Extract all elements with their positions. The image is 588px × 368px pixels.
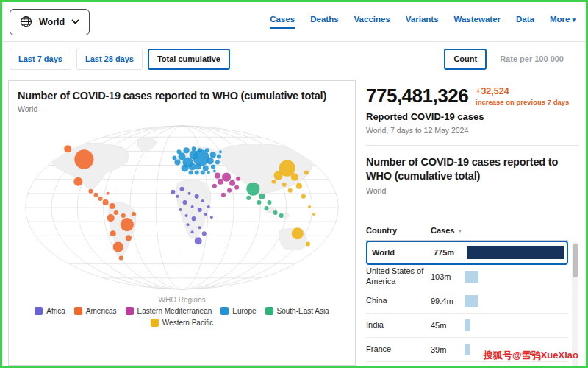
map-bubble-americas[interactable] bbox=[110, 203, 115, 209]
map-bubble-americas[interactable] bbox=[98, 197, 103, 201]
map-bubble-americas[interactable] bbox=[74, 177, 82, 186]
map-bubble-western-pacific[interactable] bbox=[304, 171, 309, 175]
map-bubble-americas[interactable] bbox=[93, 193, 98, 197]
map-bubble-south-east-asia[interactable] bbox=[267, 200, 271, 205]
column-header-country[interactable]: Country bbox=[366, 226, 431, 235]
map-bubble-europe[interactable] bbox=[192, 146, 196, 151]
map-bubble-europe[interactable] bbox=[201, 171, 205, 175]
map-bubble-south-east-asia[interactable] bbox=[246, 183, 259, 196]
map-bubble-americas[interactable] bbox=[113, 241, 123, 252]
map-bubble-eastern-mediterranean[interactable] bbox=[236, 177, 240, 181]
time-filter-last-28-days[interactable]: Last 28 days bbox=[76, 49, 143, 70]
map-bubble-africa[interactable] bbox=[192, 216, 196, 221]
map-bubble-africa[interactable] bbox=[201, 199, 204, 202]
map-bubble-africa[interactable] bbox=[185, 214, 188, 217]
map-bubble-africa[interactable] bbox=[191, 205, 194, 208]
nav-tab-cases[interactable]: Cases bbox=[270, 15, 295, 29]
column-header-cases[interactable]: Cases ▼ bbox=[431, 226, 475, 235]
scrollbar-thumb[interactable] bbox=[573, 244, 578, 277]
map-bubble-europe[interactable] bbox=[174, 159, 180, 165]
map-bubble-americas[interactable] bbox=[107, 214, 115, 222]
map-bubble-western-pacific[interactable] bbox=[296, 183, 302, 189]
map-bubble-south-east-asia[interactable] bbox=[264, 206, 268, 210]
map-bubble-europe[interactable] bbox=[172, 155, 176, 160]
nav-tab-vaccines[interactable]: Vaccines bbox=[354, 15, 390, 29]
map-bubble-south-east-asia[interactable] bbox=[273, 210, 278, 215]
map-bubble-africa[interactable] bbox=[179, 208, 182, 211]
map-bubble-western-pacific[interactable] bbox=[308, 205, 311, 208]
map-bubble-americas[interactable] bbox=[64, 145, 71, 152]
metric-filter-rate-per-100-000[interactable]: Rate per 100 000 bbox=[492, 49, 572, 70]
map-bubble-europe[interactable] bbox=[213, 170, 216, 173]
map-bubble-americas[interactable] bbox=[88, 189, 93, 194]
map-bubble-western-pacific[interactable] bbox=[288, 188, 293, 193]
map-bubble-africa[interactable] bbox=[195, 237, 202, 244]
map-bubble-africa[interactable] bbox=[210, 216, 213, 219]
map-bubble-africa[interactable] bbox=[191, 230, 194, 233]
map-bubble-south-east-asia[interactable] bbox=[279, 213, 284, 218]
nav-tab-wastewater[interactable]: Wastewater bbox=[454, 15, 501, 29]
map-bubble-africa[interactable] bbox=[207, 205, 210, 208]
map-bubble-americas[interactable] bbox=[121, 218, 134, 231]
map-bubble-africa[interactable] bbox=[195, 194, 199, 199]
map-bubble-americas[interactable] bbox=[126, 235, 132, 241]
map-bubble-africa[interactable] bbox=[176, 195, 179, 198]
map-bubble-africa[interactable] bbox=[183, 200, 187, 205]
map-bubble-eastern-mediterranean[interactable] bbox=[227, 188, 232, 193]
map-bubble-africa[interactable] bbox=[198, 208, 202, 212]
nav-tab-data[interactable]: Data bbox=[516, 15, 534, 29]
nav-tab-deaths[interactable]: Deaths bbox=[310, 15, 338, 29]
table-row-world[interactable]: World775m bbox=[366, 241, 568, 265]
map-bubble-europe[interactable] bbox=[189, 163, 196, 170]
map-bubble-americas[interactable] bbox=[132, 212, 136, 216]
table-row-china[interactable]: China99.4m bbox=[366, 289, 568, 314]
map-bubble-western-pacific[interactable] bbox=[282, 183, 287, 187]
map-bubble-europe[interactable] bbox=[198, 148, 202, 152]
map-bubble-europe[interactable] bbox=[176, 149, 181, 154]
sort-desc-icon[interactable]: ▼ bbox=[457, 228, 462, 233]
table-row-india[interactable]: India45m bbox=[366, 314, 568, 338]
map-bubble-eastern-mediterranean[interactable] bbox=[229, 180, 235, 186]
map-bubble-africa[interactable] bbox=[171, 190, 175, 194]
table-row-united-states-of-america[interactable]: United States of America103m bbox=[366, 265, 568, 289]
map-bubble-europe[interactable] bbox=[215, 160, 220, 164]
map-bubble-americas[interactable] bbox=[103, 199, 109, 205]
map-bubble-south-east-asia[interactable] bbox=[259, 194, 265, 199]
map-bubble-europe[interactable] bbox=[181, 165, 188, 172]
map-bubble-western-pacific[interactable] bbox=[306, 241, 310, 246]
map-bubble-europe[interactable] bbox=[217, 154, 221, 158]
nav-tab-variants[interactable]: Variants bbox=[406, 15, 439, 29]
map-bubble-africa[interactable] bbox=[202, 231, 207, 236]
map-bubble-western-pacific[interactable] bbox=[301, 194, 306, 199]
map-bubble-europe[interactable] bbox=[184, 147, 190, 153]
map-bubble-africa[interactable] bbox=[179, 187, 184, 191]
map-bubble-europe[interactable] bbox=[205, 148, 209, 152]
map-bubble-eastern-mediterranean[interactable] bbox=[215, 173, 220, 179]
map-bubble-south-east-asia[interactable] bbox=[257, 200, 261, 205]
map-bubble-europe[interactable] bbox=[207, 157, 214, 164]
map-bubble-eastern-mediterranean[interactable] bbox=[222, 173, 231, 182]
map-bubble-africa[interactable] bbox=[198, 226, 201, 229]
nav-tab-more[interactable]: More▾ bbox=[550, 15, 576, 29]
table-scrollbar[interactable] bbox=[572, 242, 578, 366]
map-bubble-western-pacific[interactable] bbox=[312, 213, 315, 216]
map-bubble-eastern-mediterranean[interactable] bbox=[218, 179, 223, 185]
map-bubble-africa[interactable] bbox=[188, 192, 191, 195]
map-bubble-eastern-mediterranean[interactable] bbox=[221, 193, 226, 197]
map-bubble-americas[interactable] bbox=[107, 192, 110, 195]
time-filter-last-7-days[interactable]: Last 7 days bbox=[10, 49, 71, 70]
map-bubble-eastern-mediterranean[interactable] bbox=[212, 184, 217, 188]
map-bubble-europe[interactable] bbox=[203, 166, 209, 171]
map-bubble-europe[interactable] bbox=[189, 171, 193, 175]
map-bubble-americas[interactable] bbox=[119, 256, 123, 261]
map-bubble-europe[interactable] bbox=[195, 171, 199, 175]
map-bubble-africa[interactable] bbox=[204, 213, 207, 216]
map-bubble-south-east-asia[interactable] bbox=[246, 196, 251, 200]
map-bubble-europe[interactable] bbox=[207, 171, 210, 174]
map-bubble-americas[interactable] bbox=[114, 210, 118, 215]
map-bubble-africa[interactable] bbox=[187, 223, 190, 226]
time-filter-total-cumulative[interactable]: Total cumulative bbox=[148, 49, 230, 70]
map-bubble-europe[interactable] bbox=[219, 150, 222, 153]
map-bubble-europe[interactable] bbox=[190, 150, 198, 159]
map-bubble-western-pacific[interactable] bbox=[272, 180, 276, 184]
